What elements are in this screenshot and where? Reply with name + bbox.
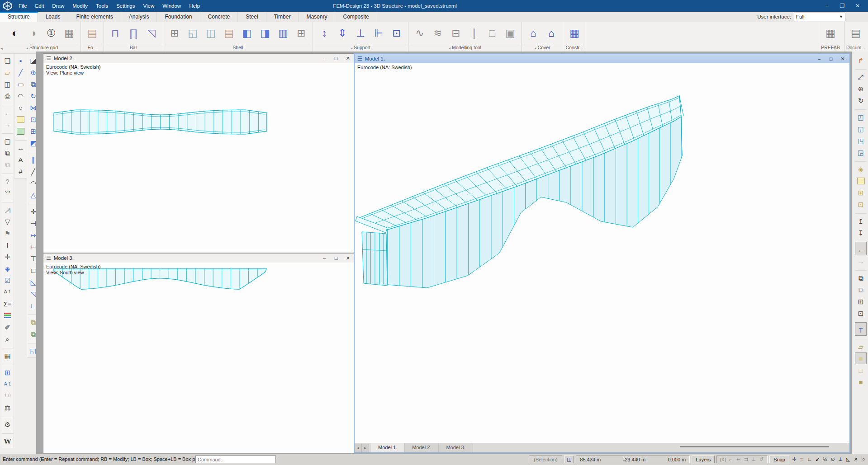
maximize-button[interactable]: ❐ — [835, 0, 850, 12]
menu-file[interactable]: File — [14, 0, 31, 12]
send-back-button[interactable]: ⧉ — [855, 284, 867, 296]
timber-wall-icon[interactable]: ▥ — [275, 24, 292, 42]
line-spring-icon[interactable]: ≋ — [429, 24, 446, 42]
filter-button[interactable]: ▽ — [2, 216, 14, 227]
window-minimize-button[interactable]: – — [318, 254, 330, 263]
snap-center-icon[interactable]: ⊙ — [830, 456, 836, 462]
tab-steel[interactable]: Steel — [238, 12, 266, 22]
menu-draw[interactable]: Draw — [48, 0, 68, 12]
menu-view[interactable]: View — [139, 0, 159, 12]
point-support-icon[interactable]: ↕ — [316, 24, 333, 42]
menu-settings[interactable]: Settings — [112, 0, 139, 12]
ref-orbit-icon[interactable]: ↺ — [758, 456, 764, 462]
zoom-extents-button[interactable]: ⤢ — [855, 69, 867, 83]
snap-mid-icon[interactable]: ½ — [822, 456, 828, 462]
settings-gear-button[interactable]: ⚙ — [2, 417, 14, 430]
snap-button[interactable]: Snap — [769, 456, 789, 463]
draw-solid-tool[interactable] — [15, 125, 27, 137]
beam-icon[interactable]: ⊓ — [107, 24, 124, 42]
snap-ortho-icon[interactable]: ∟ — [806, 456, 813, 462]
tab-concrete[interactable]: Concrete — [200, 12, 238, 22]
point-spring-icon[interactable]: ∿ — [411, 24, 428, 42]
snap-nearest-icon[interactable]: ↙ — [814, 456, 821, 462]
draw-region-tool[interactable] — [15, 113, 27, 125]
menu-modify[interactable]: Modify — [68, 0, 92, 12]
window-close-button[interactable]: ✕ — [342, 254, 354, 263]
annotation-off-button[interactable]: 1.0 — [2, 390, 14, 402]
display-shaded-button[interactable]: ■ — [855, 376, 867, 388]
draw-circle-tool[interactable]: ○ — [15, 102, 27, 113]
doc-tab-model1[interactable]: Model 1. — [371, 443, 405, 452]
window-menu-icon[interactable]: ☰ — [46, 55, 51, 61]
ref-line-icon[interactable]: ⌐ — [727, 457, 734, 462]
diaphragm-icon[interactable]: □ — [484, 24, 501, 42]
storey-copy-icon[interactable]: ◑ — [24, 24, 42, 42]
cover-outline-icon[interactable]: ⌂ — [525, 24, 542, 42]
doc-tab-scroll-right[interactable]: ▸ — [362, 444, 369, 452]
window-close-button[interactable]: ✕ — [342, 54, 354, 63]
tab-structure[interactable]: Structure — [0, 12, 38, 22]
copy-objects-button[interactable]: ⧉ — [2, 147, 14, 159]
quick-modify-button[interactable]: ✐ — [2, 321, 14, 333]
menu-window[interactable]: Window — [158, 0, 185, 12]
axon-view-button[interactable]: ◰ — [855, 109, 867, 123]
model1-canvas[interactable]: Eurocode (NA: Swedish) — [355, 63, 849, 443]
plate-add-icon[interactable]: ⊞ — [166, 24, 183, 42]
level-down-button[interactable]: ↧ — [855, 227, 867, 239]
storey-icon[interactable]: ◐ — [6, 24, 24, 42]
tab-composite[interactable]: Composite — [335, 12, 377, 22]
surface-support-icon[interactable]: ⊡ — [388, 24, 405, 42]
axis-icon[interactable]: ① — [43, 24, 60, 42]
ref-x-icon[interactable]: [X] — [720, 457, 726, 462]
profiled-plate-icon[interactable]: ◫ — [202, 24, 219, 42]
shell-add-icon[interactable]: ⊞ — [293, 24, 310, 42]
nw-view-button[interactable]: ◱ — [855, 123, 867, 135]
ref-from-icon[interactable]: ↤ — [735, 456, 741, 462]
orbit-button[interactable]: ↻ — [855, 94, 867, 106]
se-view-button[interactable]: ◲ — [855, 146, 867, 158]
profiled-wall-icon[interactable]: ◨ — [256, 24, 274, 42]
model2-titlebar[interactable]: ☰ Model 2. –□✕ — [43, 54, 355, 63]
window-minimize-button[interactable]: – — [813, 54, 825, 63]
workplane-region-button[interactable] — [855, 175, 867, 187]
whats-this-button[interactable]: ?? — [2, 187, 14, 199]
snap-points-icon[interactable]: ∷ — [799, 456, 805, 462]
model3-canvas[interactable]: Eurocode (NA: Swedish) View: South view — [43, 263, 355, 453]
weight-button[interactable]: ⚖ — [2, 402, 14, 413]
clip-select-button[interactable]: ▢ — [2, 133, 14, 147]
window-maximize-button[interactable]: □ — [330, 54, 342, 63]
doc-tab-model3[interactable]: Model 3. — [439, 443, 473, 452]
ref-follow-icon[interactable]: ⇉ — [743, 456, 749, 462]
display-options-button[interactable]: ☑ — [2, 274, 14, 286]
draw-line-tool[interactable]: ╱ — [15, 66, 27, 78]
workplane-pick-button[interactable]: ⊡ — [855, 198, 867, 210]
truss-icon[interactable]: ◹ — [143, 24, 160, 42]
minimize-button[interactable]: – — [819, 0, 835, 12]
find-button[interactable]: ⌕ — [2, 333, 14, 345]
ne-view-button[interactable]: ◳ — [855, 135, 867, 146]
new-annotation-button[interactable]: ⊞ — [2, 365, 14, 378]
next-view-button[interactable]: → — [855, 255, 867, 267]
grid-icon[interactable]: ▦ — [61, 24, 78, 42]
display-solid-button[interactable]: ■ — [855, 352, 867, 364]
undo-button[interactable]: ← — [2, 105, 14, 118]
tab-foundation[interactable]: Foundation — [157, 12, 200, 22]
foundation-icon[interactable]: ▤ — [84, 24, 101, 42]
surface-spring-icon[interactable]: ⊟ — [447, 24, 465, 42]
origin-cross-button[interactable]: ✛ — [2, 251, 14, 263]
column-icon[interactable]: ∏ — [125, 24, 142, 42]
window-menu-icon[interactable]: ☰ — [357, 56, 362, 62]
doc-tab-model2[interactable]: Model 2. — [405, 443, 439, 452]
rigid-region-icon[interactable]: ▣ — [502, 24, 519, 42]
ucs-icon[interactable]: ↱ — [855, 54, 867, 66]
annotation-numbering-button[interactable]: A.1 — [2, 378, 14, 390]
group-expand-arrow[interactable] — [26, 45, 29, 50]
open-file-button[interactable]: ▱ — [2, 66, 14, 78]
workplane-cube-button[interactable]: ◫ — [564, 456, 574, 463]
model3-titlebar[interactable]: ☰ Model 3. –□✕ — [43, 254, 355, 263]
timber-plate-icon[interactable]: ▤ — [220, 24, 237, 42]
object-filter-button[interactable]: ◈ — [2, 263, 14, 274]
dimension-tool[interactable]: ↔ — [15, 140, 27, 154]
line-support-group-icon[interactable]: ⊩ — [370, 24, 387, 42]
command-input[interactable] — [195, 456, 276, 463]
